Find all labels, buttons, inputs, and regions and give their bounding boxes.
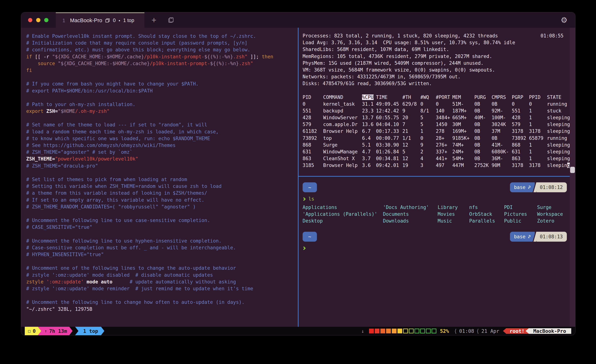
editor-line: # Enable Powerlevel10k instant prompt. S… [26,33,298,40]
scrollbar-track[interactable] [570,28,575,327]
process-cell: 40M- [474,114,492,121]
top-summary-line: Networks: packets: 4331225/4673M in, 569… [303,73,575,80]
process-cell: CleanShot X [323,155,362,162]
process-cell: 9185K+ [452,135,474,142]
broadcast-icon[interactable] [163,12,179,28]
process-cell: 5.1 [362,142,376,149]
code-span: # Uncomment the following line to use hy… [26,238,222,244]
window-flag-segment[interactable]: □ 0 [25,327,41,335]
process-row: 3185Browser Help3.609:42.01193497447M275… [303,162,575,169]
editor-line: # Setting this variable when ZSH_THEME=r… [26,183,298,190]
process-cell: 0B [474,108,492,114]
code-span: # load a random theme each time oh-my-zs… [26,129,219,134]
column-header: #PORT [436,94,452,101]
top-summary-line: Load Avg: 3.76, 3.16, 3.14 CPU usage: 8.… [303,39,575,46]
process-table-header: PIDCOMMAND%CPUTIME#TH#WQ#PORTMEMPURGCMPR… [303,94,575,101]
code-span: # HYPHEN_INSENSITIVE="true" [26,252,104,257]
code-span: "$HOME [58,108,75,114]
process-cell: 73892 [512,135,529,142]
status-date: 21 Apr [481,328,499,334]
process-cell: Browser Help [323,128,362,135]
process-cell: 13.6 [362,121,376,128]
window-icon: □ [28,329,30,333]
editor-line: # export PATH=$HOME/bin:/usr/local/bin:$… [26,88,298,94]
process-cell: 8/1 [420,108,436,114]
hostname-segment: MacBook-Pro [526,328,571,334]
process-cell: 19 [402,162,420,169]
new-tab-button[interactable]: + [144,12,163,28]
top-process-pane[interactable]: Processes: 823 total, 2 running, 1 stuck… [298,28,575,176]
top-summary-line: PhysMem: 15G used (2187M wired, 5409M co… [303,60,575,67]
download-arrow-icon: ↓ [361,328,364,334]
process-cell: 100M- [492,114,512,121]
process-cell: 5 [402,149,420,155]
process-cell: 0 [529,101,547,108]
process-cell: 23.3 [362,108,376,114]
summary-text: MemRegions: 105 total, 4736K resident, 2… [303,54,492,59]
process-cell: 1 [420,128,436,135]
editor-line: # a theme from this variable instead of … [26,190,298,196]
code-span: # Case-sensitive completion must be off.… [26,245,236,250]
conda-env-segment: base [510,232,535,242]
editor-pane[interactable]: # Enable Powerlevel10k instant prompt. S… [21,28,298,327]
directory-name: Zotero [537,218,575,224]
editor-line: # to know which specific one was loaded,… [26,135,298,142]
settings-gear-icon[interactable]: ⚙ [553,12,575,28]
process-cell: 187M+ [452,108,474,114]
process-row: 0kernel_task31.149:09.45629/80051M-0B0B0… [303,101,575,108]
top-summary-line: VM: 368T vsize, 5684M framework vsize, 0… [303,67,575,73]
session-window-label: 1 top [83,328,98,334]
session-window-segment[interactable]: 1 top [75,327,104,335]
process-cell: 665M+ [452,114,474,121]
column-header: PURG [474,94,492,101]
editor-line: # CASE_SENSITIVE="true" [26,224,298,231]
column-header: #WQ [420,94,436,101]
column-header: PPID [529,94,547,101]
editor-line [26,231,298,238]
shell-pane[interactable]: ~ base 01:08:12 ls Applications'Docs Aut… [298,177,575,327]
code-span: export [26,108,44,114]
sort-column-highlight: %CPU [362,95,374,100]
editor-line: # Set list of themes to pick from when l… [26,176,298,183]
process-cell: 3.6 [362,162,376,169]
minimize-button[interactable] [36,18,40,22]
process-cell: 9 [402,108,420,114]
process-cell: 1450 [436,121,452,128]
close-button[interactable] [28,18,32,22]
tmux-status-bar: □ 0 ↑ 7h 13m 1 top ↓ 52% ⟨ 01:08 ⟨ 21 Ap… [21,327,575,335]
process-cell: 0 [436,101,452,108]
directory-name: Surge [537,204,575,211]
process-cell: 01:26.84 [376,149,402,155]
cpu-meter [369,329,436,333]
process-cell: 12 [402,155,420,162]
code-span: ]]; [247,54,262,59]
process-row: 579com.apple.Dr13.604:04.1075145030M0B30… [303,121,575,128]
process-cell: 2752K [474,162,492,169]
activity-dot: ● [119,19,120,22]
process-cell: 0B [474,135,492,142]
process-cell: 0B [474,128,492,135]
empty-prompt[interactable] [303,245,575,252]
process-cell: 3 [420,162,436,169]
directory-name: nfs [469,204,504,211]
tab-macbook-pro[interactable]: 1 MacBook-Pro 0 ● 1 top [56,12,144,28]
editor-line: # ZSH_THEME="agnoster" # set by `omz` [26,149,298,156]
zoom-button[interactable] [44,18,48,22]
editor-line: # ZSH_THEME_RANDOM_CANDIDATES=( "robbyru… [26,203,298,210]
process-cell: 0B [474,101,492,108]
root-user-label: root! [510,328,524,334]
process-cell: 1 [529,142,547,149]
scrollbar-thumb[interactable] [570,167,575,173]
process-row: 868Surge5.103:30.90129276+74M+0B41M-8681… [303,142,575,149]
process-cell: 12 [402,142,420,149]
process-row: 428WindowServer13.760:55.752053484+665M+… [303,114,575,121]
directory-name: 'Docs Authoring' [383,204,438,211]
process-cell: 0 [303,101,323,108]
process-cell: 3484+ [436,114,452,121]
directory-name: Applications [303,204,383,211]
directory-name: Pictures [504,211,537,218]
summary-text: PhysMem: 15G used (2187M wired, 5409M co… [303,60,484,66]
code-span: # If you come from bash you might have t… [26,81,199,87]
code-span [26,61,38,66]
traffic-lights [21,12,56,28]
